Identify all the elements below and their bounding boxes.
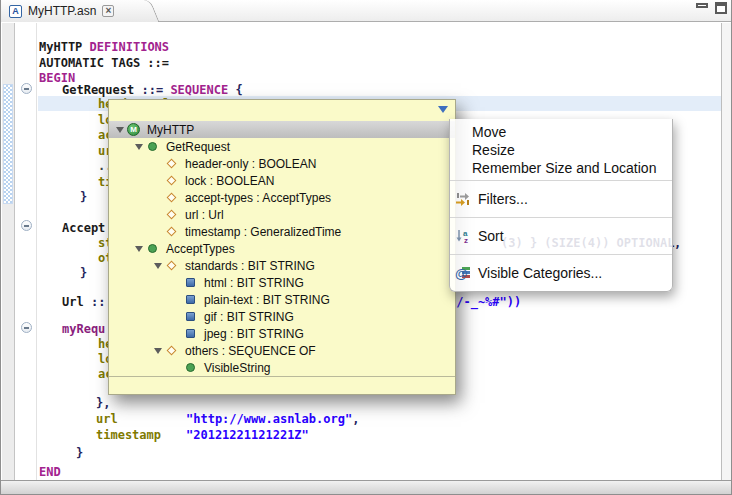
tree-item-jpeg[interactable]: jpeg : BIT STRING (109, 325, 455, 342)
outline-popup: MMyHTTPGetRequestheader-only : BOOLEANlo… (108, 99, 456, 395)
tree-item-others[interactable]: others : SEQUENCE OF (109, 342, 455, 359)
bit-icon (186, 278, 195, 287)
eclipse-window: A MyHTTP.asn × MyHTTP DEFINITIONSAUTOMAT… (0, 0, 732, 495)
svg-text:@: @ (455, 266, 468, 281)
code-token: Accept (62, 221, 105, 235)
code-token: }, (96, 396, 110, 410)
tree-item-gif[interactable]: gif : BIT STRING (109, 308, 455, 325)
minimize-view-icon[interactable] (696, 3, 708, 8)
code-line: } (76, 446, 83, 460)
menu-item-move[interactable]: Move (450, 123, 672, 141)
menu-separator (450, 180, 672, 181)
code-line: } (80, 190, 87, 204)
code-token: } (80, 266, 87, 280)
code-token: , (352, 412, 359, 426)
code-line: Accept (62, 221, 105, 235)
outline-tree: MMyHTTPGetRequestheader-only : BOOLEANlo… (109, 121, 455, 376)
menu-item-label: Filters... (478, 190, 528, 208)
menu-item-remember-size-and-location[interactable]: Remember Size and Location (450, 159, 672, 177)
field-icon (167, 261, 177, 271)
tree-item-label: AcceptTypes (165, 242, 235, 256)
bit-icon (186, 329, 195, 338)
field-icon (167, 193, 177, 203)
popup-toolbar (109, 100, 455, 121)
field-icon (167, 227, 177, 237)
tab-title: MyHTTP.asn (28, 4, 96, 18)
code-token: "http://www.asnlab.org" (186, 412, 352, 426)
code-line: timestamp (96, 428, 161, 442)
code-line: myRequ (62, 322, 105, 336)
expand-arrow-icon[interactable] (151, 263, 165, 269)
tree-item-standards[interactable]: standards : BIT STRING (109, 257, 455, 274)
field-icon (167, 176, 177, 186)
tree-item-accept-types[interactable]: accept-types : AcceptTypes (109, 189, 455, 206)
tree-item-visiblestring[interactable]: VisibleString (109, 359, 455, 376)
tree-item-plain-text[interactable]: plain-text : BIT STRING (109, 291, 455, 308)
menu-item-resize[interactable]: Resize (450, 141, 672, 159)
tree-item-label: lock : BOOLEAN (184, 174, 274, 188)
tree-item-getrequest[interactable]: GetRequest (109, 138, 455, 155)
menu-item-visible-categories[interactable]: @Visible Categories... (450, 258, 672, 288)
popup-filter-footer (109, 376, 455, 394)
code-line: Url :: (62, 295, 105, 309)
tree-item-lock[interactable]: lock : BOOLEAN (109, 172, 455, 189)
overview-ruler[interactable] (721, 23, 732, 480)
expand-arrow-icon[interactable] (132, 246, 146, 252)
tree-item-url[interactable]: url : Url (109, 206, 455, 223)
expand-arrow-icon[interactable] (113, 127, 127, 133)
code-token: SEQUENCE (170, 83, 235, 97)
module-icon: M (127, 123, 140, 136)
code-line: "20121221121221Z" (186, 428, 309, 442)
view-window-buttons (696, 2, 727, 14)
type-icon (148, 142, 157, 151)
tree-item-label: VisibleString (203, 361, 270, 375)
tab-close-icon[interactable]: × (102, 5, 114, 17)
code-token: url (96, 412, 118, 426)
editor-tab-myhttp[interactable]: A MyHTTP.asn × (1, 0, 149, 22)
code-line: , (674, 236, 681, 250)
tree-item-label: jpeg : BIT STRING (203, 327, 304, 341)
code-token: timestamp (96, 428, 161, 442)
tree-item-accepttypes[interactable]: AcceptTypes (109, 240, 455, 257)
tree-item-label: MyHTTP (146, 123, 194, 137)
tree-item-label: gif : BIT STRING (203, 310, 294, 324)
tree-item-label: timestamp : GeneralizedTime (184, 225, 341, 239)
code-token: } (76, 446, 83, 460)
menu-item-sort[interactable]: azSort (450, 221, 672, 251)
code-token: { (235, 83, 242, 97)
code-line: END (39, 465, 61, 479)
maximize-view-icon[interactable] (715, 2, 727, 14)
menu-item-label: Resize (472, 142, 515, 158)
tree-item-label: accept-types : AcceptTypes (184, 191, 331, 205)
tree-item-myhttp[interactable]: MMyHTTP (109, 121, 455, 138)
popup-menu-dropdown-icon[interactable] (438, 106, 448, 113)
code-token: ::= (141, 83, 170, 97)
field-icon (167, 210, 177, 220)
tree-item-timestamp[interactable]: timestamp : GeneralizedTime (109, 223, 455, 240)
expand-arrow-icon[interactable] (151, 348, 165, 354)
sort-icon: az (454, 228, 471, 245)
categories-icon: @ (454, 265, 471, 282)
menu-item-filters[interactable]: Filters... (450, 184, 672, 214)
svg-text:z: z (464, 236, 468, 244)
code-line: "http://www.asnlab.org", (186, 412, 359, 426)
tree-item-label: standards : BIT STRING (184, 259, 315, 273)
filters-icon (454, 191, 471, 208)
menu-item-label: Remember Size and Location (472, 160, 656, 176)
code-line: ./-_~%#")) (449, 295, 521, 309)
code-token: ./-_~%#")) (449, 295, 521, 309)
tree-item-html[interactable]: html : BIT STRING (109, 274, 455, 291)
tree-item-label: header-only : BOOLEAN (184, 157, 316, 171)
code-token: , (674, 236, 681, 250)
bit-icon (186, 312, 195, 321)
code-line: url (96, 412, 118, 426)
code-line: GetRequest ::= SEQUENCE { (62, 83, 243, 97)
code-token: "20121221121221Z" (186, 428, 309, 442)
menu-separator (450, 217, 672, 218)
code-token: END (39, 465, 61, 479)
tree-item-label: plain-text : BIT STRING (203, 293, 330, 307)
menu-separator (450, 254, 672, 255)
type-icon (148, 244, 157, 253)
expand-arrow-icon[interactable] (132, 144, 146, 150)
tree-item-header-only[interactable]: header-only : BOOLEAN (109, 155, 455, 172)
